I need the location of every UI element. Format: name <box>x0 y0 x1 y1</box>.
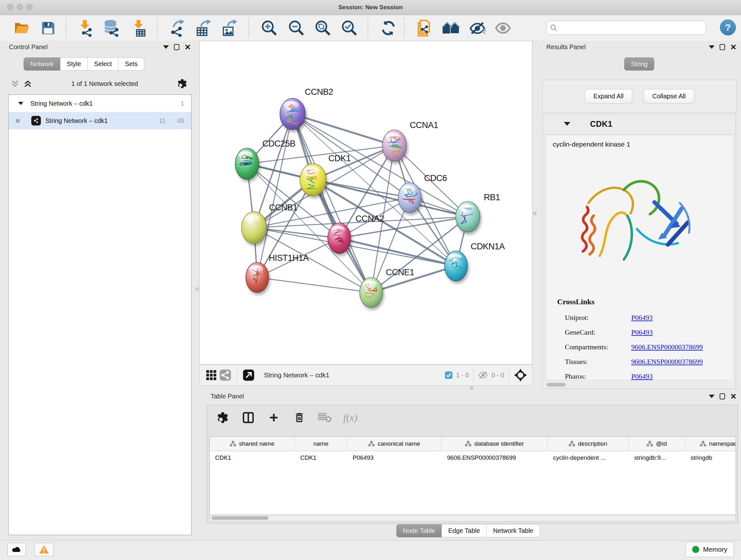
table-row[interactable]: CDK1CDK1P064939606.ENSP00000378699cyclin… <box>210 451 736 464</box>
crosslink-link[interactable]: P06493 <box>631 314 653 322</box>
memory-button[interactable]: Memory <box>685 542 734 557</box>
tab-edge-table[interactable]: Edge Table <box>442 524 487 537</box>
close-panel-icon[interactable]: ✕ <box>730 44 737 50</box>
table-settings-gear-icon[interactable] <box>215 410 231 426</box>
tab-node-table[interactable]: Node Table <box>396 524 442 537</box>
table-cell[interactable]: stringdb:9... <box>629 451 685 464</box>
float-panel-icon[interactable] <box>174 44 179 50</box>
cloud-button[interactable] <box>7 543 26 556</box>
network-view-icon[interactable] <box>218 368 232 382</box>
crosslink-link[interactable]: 9606.ENSP00000378699 <box>631 343 703 351</box>
table-cell[interactable]: cyclin-dependent ... <box>548 451 629 464</box>
table-cell[interactable]: CDK1 <box>295 451 347 464</box>
table-cell[interactable]: 9606.ENSP00000378699 <box>442 451 548 464</box>
column-header[interactable]: database identifier <box>442 437 548 451</box>
zoom-in-button[interactable] <box>260 19 279 37</box>
close-panel-icon[interactable]: ✕ <box>185 44 191 50</box>
first-neighbors-button[interactable] <box>442 19 460 37</box>
table-cell[interactable]: CDK1 <box>210 451 295 464</box>
hide-selected-button[interactable] <box>468 19 487 37</box>
network-node[interactable] <box>235 148 259 179</box>
collapse-panel-icon[interactable] <box>163 45 169 49</box>
column-header[interactable]: @id <box>629 437 685 451</box>
open-session-button[interactable] <box>13 19 31 37</box>
float-panel-icon[interactable] <box>720 393 725 399</box>
save-session-button[interactable] <box>39 19 57 37</box>
detach-view-icon[interactable] <box>242 368 256 382</box>
column-header[interactable]: description <box>548 437 629 451</box>
expand-all-button[interactable]: Expand All <box>585 89 632 104</box>
export-network-button[interactable] <box>169 19 187 37</box>
network-canvas[interactable]: CCNB2 CCNA1 CDC25B CDK1 CDC6 <box>199 41 532 365</box>
network-node[interactable] <box>280 98 306 130</box>
hidden-eye-icon[interactable] <box>478 371 488 379</box>
network-node[interactable] <box>360 277 383 307</box>
export-image-button[interactable] <box>221 19 239 37</box>
column-header[interactable]: name <box>295 437 347 451</box>
network-node[interactable] <box>242 212 266 244</box>
entry-header[interactable]: CDK1 <box>543 114 736 134</box>
collapse-panel-icon[interactable] <box>709 45 715 49</box>
selected-checkbox-icon[interactable] <box>445 371 453 379</box>
apply-layout-button[interactable] <box>379 19 398 37</box>
network-collection-row[interactable]: String Network – cdk1 1 <box>9 95 191 112</box>
network-edge[interactable] <box>371 198 410 293</box>
left-splitter-handle[interactable] <box>195 287 199 291</box>
tab-string[interactable]: String <box>624 57 654 71</box>
gear-icon[interactable] <box>177 78 188 89</box>
network-edge[interactable] <box>339 238 456 266</box>
function-builder-icon[interactable]: f(x) <box>342 410 358 426</box>
expand-all-icon[interactable] <box>23 79 32 88</box>
zoom-selected-button[interactable] <box>340 19 359 37</box>
crosslink-link[interactable]: 9606.ENSP00000378699 <box>631 358 703 366</box>
tab-network[interactable]: Network <box>23 57 60 71</box>
tab-select[interactable]: Select <box>88 57 119 71</box>
network-node[interactable] <box>300 164 326 196</box>
collapse-all-button[interactable]: Collapse All <box>644 89 694 104</box>
network-graph[interactable]: CCNB2 CCNA1 CDC25B CDK1 CDC6 <box>200 41 532 364</box>
delete-table-icon[interactable] <box>317 410 333 426</box>
network-node[interactable] <box>456 201 480 232</box>
help-button[interactable]: ? <box>720 19 736 36</box>
export-table-button[interactable] <box>195 19 213 37</box>
network-node[interactable] <box>246 262 269 293</box>
import-network-from-database-button[interactable] <box>103 19 121 37</box>
show-columns-icon[interactable] <box>240 410 256 426</box>
clone-network-button[interactable] <box>415 19 433 37</box>
close-panel-icon[interactable]: ✕ <box>730 393 737 399</box>
grid-view-icon[interactable] <box>204 368 218 382</box>
delete-column-trash-icon[interactable] <box>291 410 307 426</box>
tree-expand-icon[interactable] <box>18 102 23 105</box>
network-node[interactable] <box>445 251 468 281</box>
horizontal-splitter-handle[interactable] <box>470 386 473 390</box>
table-horizontal-scrollbar[interactable] <box>209 516 736 521</box>
collapse-panel-icon[interactable] <box>709 395 715 398</box>
float-panel-icon[interactable] <box>720 44 725 50</box>
table-cell[interactable]: P06493 <box>347 451 442 464</box>
right-splitter-handle[interactable] <box>533 212 536 215</box>
zoom-fit-button[interactable] <box>314 19 332 37</box>
warnings-button[interactable] <box>35 543 54 556</box>
zoom-out-button[interactable] <box>287 19 306 37</box>
add-column-icon[interactable] <box>266 410 282 426</box>
network-node[interactable] <box>328 223 351 253</box>
crosslink-link[interactable]: P06493 <box>631 328 653 336</box>
tab-network-table[interactable]: Network Table <box>487 524 540 537</box>
column-header[interactable]: canonical name <box>347 437 442 451</box>
network-edge[interactable] <box>293 114 394 145</box>
table-cell[interactable]: stringdb <box>685 451 736 464</box>
crosslink-link[interactable]: P06493 <box>631 372 653 380</box>
tab-style[interactable]: Style <box>60 57 87 71</box>
column-header[interactable]: namespace <box>685 437 736 451</box>
birds-eye-icon[interactable] <box>514 368 528 382</box>
results-scrollbar[interactable] <box>545 382 733 387</box>
column-header[interactable]: shared name <box>210 437 295 451</box>
entry-collapse-icon[interactable] <box>564 122 570 126</box>
show-all-button[interactable] <box>494 19 513 37</box>
network-edge[interactable] <box>257 277 371 293</box>
collapse-all-icon[interactable] <box>10 79 20 88</box>
import-network-button[interactable] <box>77 19 95 37</box>
tab-sets[interactable]: Sets <box>118 57 144 71</box>
search-input[interactable] <box>560 24 702 32</box>
network-node[interactable] <box>398 183 421 212</box>
